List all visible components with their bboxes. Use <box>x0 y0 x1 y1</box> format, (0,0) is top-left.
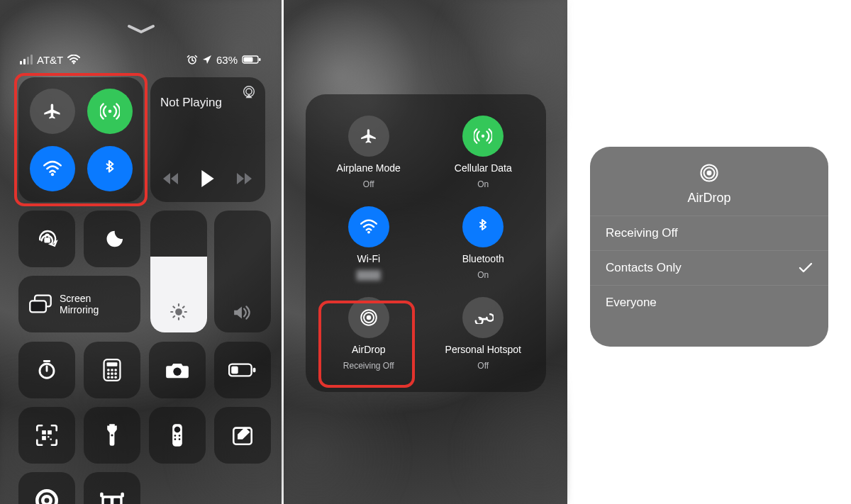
qr-code-scan-button[interactable] <box>18 407 75 464</box>
airdrop-menu-card: AirDrop Receiving Off Contacts Only Ever… <box>590 147 828 347</box>
airplane-mode-toggle[interactable] <box>30 89 75 134</box>
svg-point-23 <box>111 376 113 379</box>
svg-point-40 <box>174 438 177 440</box>
connectivity-expanded-card: Airplane Mode Off Cellular Data On Wi-Fi… <box>306 94 546 392</box>
personal-hotspot-control[interactable]: Personal Hotspot Off <box>426 289 541 379</box>
svg-point-21 <box>114 372 117 375</box>
svg-rect-4 <box>259 58 261 61</box>
rotation-lock-toggle[interactable] <box>18 211 75 267</box>
brightness-icon <box>169 303 188 321</box>
control-title: Bluetooth <box>462 253 504 265</box>
volume-slider[interactable] <box>214 211 271 332</box>
flashlight-button[interactable] <box>84 407 140 464</box>
control-title: Wi-Fi <box>357 253 380 265</box>
control-title: Airplane Mode <box>337 162 401 174</box>
svg-point-50 <box>482 134 484 137</box>
alarm-icon <box>187 54 198 65</box>
wifi-control[interactable]: Wi-Fi ████ <box>311 198 426 289</box>
cellular-data-control[interactable]: Cellular Data On <box>426 107 541 198</box>
svg-point-17 <box>111 369 113 371</box>
svg-point-44 <box>43 496 50 504</box>
airdrop-option-everyone[interactable]: Everyone <box>590 285 828 320</box>
wifi-toggle[interactable] <box>30 146 75 191</box>
svg-rect-31 <box>42 436 46 440</box>
control-title: Cellular Data <box>455 162 512 174</box>
airdrop-control[interactable]: AirDrop Receiving Off <box>311 289 426 379</box>
airdrop-option-contacts-only[interactable]: Contacts Only <box>590 250 828 285</box>
svg-rect-27 <box>231 366 238 374</box>
media-controls-tile[interactable]: Not Playing <box>150 77 265 202</box>
svg-point-39 <box>179 435 181 437</box>
airplane-mode-control[interactable]: Airplane Mode Off <box>311 107 426 198</box>
svg-point-18 <box>114 369 117 371</box>
svg-point-19 <box>107 372 110 375</box>
svg-point-5 <box>108 109 111 113</box>
do-not-disturb-toggle[interactable] <box>84 211 140 267</box>
accessibility-button[interactable] <box>18 472 75 504</box>
svg-point-51 <box>367 230 370 233</box>
svg-rect-9 <box>44 237 50 242</box>
svg-rect-46 <box>100 493 104 498</box>
timer-button[interactable] <box>18 342 75 398</box>
volume-icon <box>233 304 252 321</box>
cell-signal-icon <box>20 55 33 65</box>
dismiss-chevron-icon[interactable] <box>127 24 155 34</box>
svg-point-24 <box>114 376 117 379</box>
svg-rect-3 <box>244 57 253 62</box>
home-button[interactable] <box>84 472 140 504</box>
svg-rect-33 <box>50 439 52 440</box>
checkmark-icon <box>799 262 813 274</box>
screen-mirroring-button[interactable]: Screen Mirroring <box>18 276 140 332</box>
airplay-icon[interactable] <box>241 84 257 100</box>
media-play-button[interactable] <box>200 169 216 188</box>
svg-rect-34 <box>109 424 115 426</box>
carrier-label: AT&T <box>37 54 63 66</box>
brightness-slider[interactable] <box>150 211 207 332</box>
bluetooth-control[interactable]: Bluetooth On <box>426 198 541 289</box>
wifi-icon <box>348 206 389 247</box>
bluetooth-icon <box>462 206 504 247</box>
media-next-button[interactable] <box>237 172 252 185</box>
airdrop-option-receiving-off[interactable]: Receiving Off <box>590 215 828 250</box>
control-sub: Receiving Off <box>343 361 394 371</box>
svg-point-41 <box>179 438 181 440</box>
status-bar: AT&T 63% <box>0 51 282 68</box>
svg-point-38 <box>174 435 177 437</box>
svg-point-52 <box>367 315 371 319</box>
svg-rect-32 <box>48 436 49 437</box>
bluetooth-toggle[interactable] <box>87 146 133 191</box>
airdrop-menu-title: AirDrop <box>687 191 730 206</box>
cellular-icon <box>462 116 504 157</box>
calculator-button[interactable] <box>84 342 140 398</box>
svg-rect-49 <box>113 498 120 504</box>
svg-rect-48 <box>104 498 111 504</box>
camera-button[interactable] <box>149 342 206 398</box>
option-label: Contacts Only <box>606 261 682 275</box>
apple-tv-remote-button[interactable] <box>149 407 206 464</box>
battery-icon <box>242 55 262 65</box>
airdrop-header-icon <box>699 162 720 184</box>
svg-point-35 <box>111 434 113 436</box>
control-sub: ████ <box>357 270 381 280</box>
option-label: Receiving Off <box>606 226 678 240</box>
option-label: Everyone <box>606 296 657 310</box>
svg-point-20 <box>111 372 113 375</box>
svg-point-25 <box>173 368 181 376</box>
control-sub: On <box>477 270 489 280</box>
battery-pct-label: 63% <box>216 54 238 66</box>
svg-rect-29 <box>42 430 46 435</box>
notes-button[interactable] <box>214 407 271 464</box>
svg-point-16 <box>107 369 110 371</box>
connectivity-cluster[interactable] <box>18 77 143 202</box>
cellular-data-toggle[interactable] <box>87 89 133 134</box>
svg-point-12 <box>175 308 182 315</box>
control-sub: Off <box>363 179 374 189</box>
svg-point-6 <box>50 173 53 176</box>
low-power-mode-toggle[interactable] <box>214 342 271 398</box>
hotspot-icon <box>462 297 504 338</box>
media-prev-button[interactable] <box>163 172 179 185</box>
screen-mirroring-label: Screen Mirroring <box>60 293 99 315</box>
svg-point-8 <box>246 89 252 94</box>
svg-rect-47 <box>121 493 124 498</box>
control-sub: Off <box>477 361 489 371</box>
